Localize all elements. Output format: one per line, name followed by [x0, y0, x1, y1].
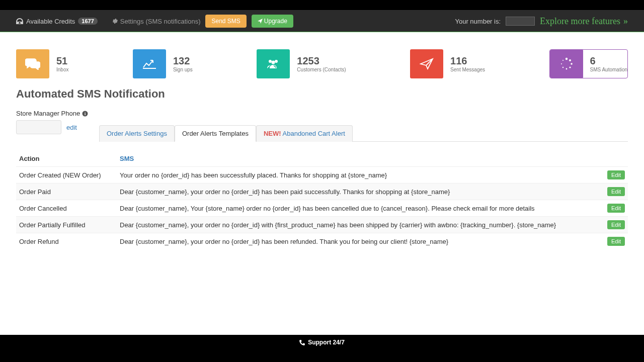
- page-title: Automated SMS Notification: [16, 87, 628, 101]
- edit-row-button[interactable]: Edit: [607, 220, 625, 229]
- send-icon: [410, 49, 443, 78]
- svg-point-8: [562, 67, 563, 68]
- gear-icon: [112, 18, 118, 24]
- plane-icon: [258, 19, 263, 24]
- chevron-right-icon: »: [623, 16, 628, 27]
- info-icon: i: [82, 111, 88, 117]
- credits-label: Available Credits: [26, 18, 75, 25]
- explore-link[interactable]: Explore more features »: [540, 16, 628, 27]
- stat-num: 132: [173, 55, 193, 67]
- svg-point-2: [272, 61, 275, 64]
- svg-point-9: [561, 63, 562, 64]
- stat-automation[interactable]: 6 SMS Automation: [549, 49, 628, 78]
- row-action: Order Cancelled: [16, 200, 117, 217]
- edit-row-button[interactable]: Edit: [607, 187, 625, 196]
- table-row: Order RefundDear {customer_name}, your o…: [16, 233, 628, 250]
- stat-label: SMS Automation: [590, 67, 627, 72]
- table-row: Order Partially FulfilledDear {customer_…: [16, 217, 628, 233]
- table-row: Order Created (NEW Order)Your order no {…: [16, 167, 628, 184]
- svg-point-5: [571, 63, 573, 65]
- svg-point-0: [269, 60, 272, 63]
- settings-link[interactable]: Settings (SMS notifications): [112, 18, 201, 25]
- row-sms: Dear {customer_name}, your order no {ord…: [117, 233, 598, 250]
- row-action: Order Created (NEW Order): [16, 167, 117, 184]
- col-action: Action: [16, 151, 117, 167]
- edit-row-button[interactable]: Edit: [607, 204, 625, 213]
- your-number-value: [506, 17, 535, 26]
- phone-value-box: [16, 120, 61, 134]
- stat-label: Sent Messages: [450, 67, 485, 72]
- row-action: Order Refund: [16, 233, 117, 250]
- spinner-icon: [550, 49, 583, 78]
- explore-text: Explore more features: [540, 16, 620, 27]
- new-badge: NEW!: [264, 130, 281, 137]
- row-sms: Dear {customer_name}, your order no {ord…: [117, 184, 598, 200]
- tab-abandoned[interactable]: NEW! Abandoned Cart Alert: [256, 125, 353, 142]
- users-icon: [257, 49, 290, 78]
- row-sms: Dear {customer_name}, Your {store_name} …: [117, 200, 598, 217]
- header-bar: Available Credits 1677 Settings (SMS not…: [0, 10, 644, 32]
- stat-sent[interactable]: 116 Sent Messages: [410, 49, 485, 78]
- stat-num: 1253: [297, 55, 346, 67]
- row-sms: Dear {customer_name}, your order no {ord…: [117, 217, 598, 233]
- credits-badge: 1677: [78, 18, 97, 25]
- stats-row: 51 Inbox 132 Sign ups 1253 Customers (Co…: [0, 32, 644, 87]
- templates-table: Action SMS Order Created (NEW Order)Your…: [16, 151, 628, 249]
- col-edit: [598, 151, 628, 167]
- stat-customers[interactable]: 1253 Customers (Contacts): [257, 49, 346, 78]
- col-sms[interactable]: SMS: [117, 151, 598, 167]
- edit-row-button[interactable]: Edit: [607, 237, 625, 246]
- edit-phone-link[interactable]: edit: [66, 124, 77, 131]
- stat-num: 51: [56, 55, 68, 67]
- stat-label: Customers (Contacts): [297, 67, 346, 72]
- settings-label: Settings (SMS notifications): [120, 18, 201, 25]
- stat-inbox[interactable]: 51 Inbox: [16, 49, 68, 78]
- svg-point-6: [569, 66, 571, 68]
- dashboard-icon: [16, 18, 23, 24]
- tab-templates[interactable]: Order Alerts Templates: [175, 125, 256, 142]
- send-sms-button[interactable]: Send SMS: [205, 15, 246, 28]
- support-footer[interactable]: Support 24/7: [0, 335, 644, 350]
- tabs: Order Alerts Settings Order Alerts Templ…: [99, 125, 628, 142]
- svg-point-7: [566, 68, 567, 70]
- stat-label: Inbox: [56, 67, 68, 72]
- stat-num: 116: [450, 55, 485, 67]
- table-row: Order PaidDear {customer_name}, your ord…: [16, 184, 628, 200]
- row-sms: Your order no {order_id} has been succes…: [117, 167, 598, 184]
- chat-icon: [16, 49, 49, 78]
- row-action: Order Paid: [16, 184, 117, 200]
- svg-point-1: [275, 60, 278, 63]
- stat-num: 6: [590, 55, 627, 67]
- chart-icon: [133, 49, 166, 78]
- phone-label: Store Manager Phone i: [16, 110, 628, 117]
- top-black-bar: [0, 0, 644, 10]
- stat-label: Sign ups: [173, 67, 193, 72]
- bottom-black-bar: [0, 350, 644, 362]
- svg-point-3: [565, 58, 567, 60]
- svg-point-10: [562, 60, 564, 61]
- tab-settings[interactable]: Order Alerts Settings: [99, 125, 175, 142]
- tab-abandoned-label: Abandoned Cart Alert: [283, 130, 345, 137]
- upgrade-button[interactable]: Upgrade: [252, 15, 293, 28]
- your-number-label: Your number is:: [455, 18, 501, 25]
- row-action: Order Partially Fulfilled: [16, 217, 117, 233]
- svg-point-4: [569, 59, 571, 61]
- edit-row-button[interactable]: Edit: [607, 170, 625, 179]
- credits-section[interactable]: Available Credits 1677: [16, 18, 98, 25]
- stat-signups[interactable]: 132 Sign ups: [133, 49, 193, 78]
- phone-icon: [299, 340, 305, 345]
- table-row: Order CancelledDear {customer_name}, You…: [16, 200, 628, 217]
- support-label: Support 24/7: [308, 339, 345, 346]
- upgrade-label: Upgrade: [264, 18, 287, 25]
